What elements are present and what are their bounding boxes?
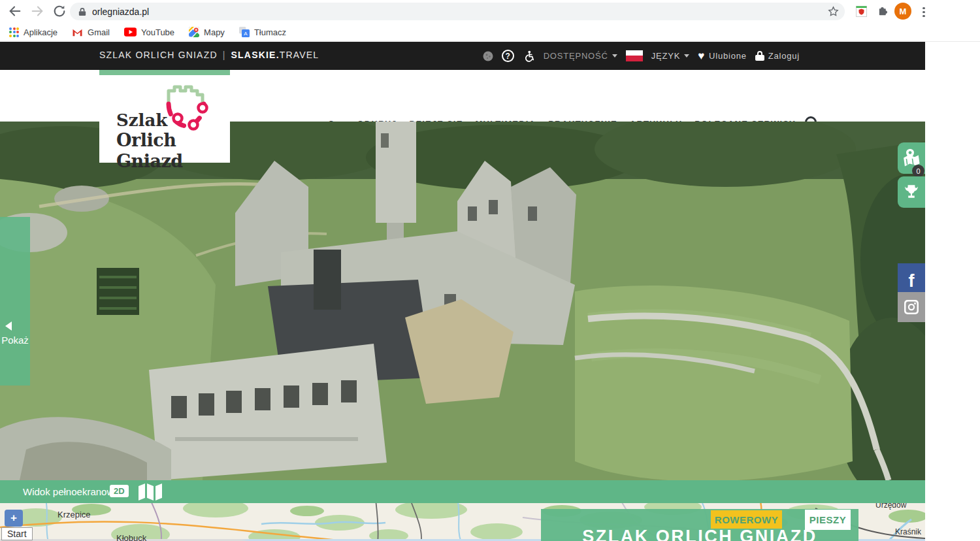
login-button[interactable]: Zaloguj (755, 51, 800, 61)
bookmark-star-icon[interactable] (827, 5, 840, 18)
collapse-arrow-icon (5, 321, 12, 331)
logo-text: Szlak Orlich Gniazd (116, 110, 230, 172)
extension-icon[interactable] (856, 6, 867, 17)
accessibility-label: DOSTĘPNOŚĆ (544, 51, 608, 61)
bookmark-maps[interactable]: Mapy (189, 27, 225, 37)
map-label-krzepice: Krzepice (57, 510, 91, 519)
bookmark-apps[interactable]: Aplikacje (9, 27, 57, 37)
castle-aerial-art (0, 122, 925, 480)
map-start-tooltip: Start (1, 527, 33, 540)
site-logo[interactable]: Szlak Orlich Gniazd (99, 70, 230, 163)
map-label-krasnik: Kraśnik (895, 527, 921, 536)
brand-right-bold[interactable]: SLASKIE. (231, 50, 280, 60)
bookmark-youtube[interactable]: YouTube (124, 27, 174, 37)
accessibility-icon[interactable] (523, 50, 535, 62)
extensions-puzzle-icon[interactable] (877, 6, 889, 17)
trophy-icon (903, 184, 920, 201)
language-dropdown[interactable]: JĘZYK (651, 51, 689, 61)
accessibility-dropdown[interactable]: DOSTĘPNOŚĆ (544, 51, 617, 61)
map-label-klobuck: Kłobuck (116, 533, 146, 541)
browser-window: orlegniazda.pl M Aplikacje Gmail YouT (0, 0, 980, 541)
trip-count-badge: 0 (912, 165, 924, 177)
youtube-icon (124, 27, 137, 37)
site-brand[interactable]: SZLAK ORLICH GNIAZD|SLASKIE.TRAVEL (99, 50, 319, 60)
gmail-icon (72, 27, 83, 37)
trail-title: SZLAK ORLICH GNIAZD (541, 527, 858, 541)
forward-icon[interactable] (30, 4, 44, 18)
map-preview[interactable]: Krzepice Kłobuck Urzędów Kraśnik + Start… (0, 503, 925, 541)
facebook-button[interactable]: f (898, 263, 925, 292)
heart-icon: ♥ (698, 50, 705, 63)
chevron-down-icon (684, 54, 689, 57)
language-label: JĘZYK (651, 51, 680, 61)
map-label-urzedow: Urzędów (875, 503, 906, 510)
bookmarks-bar: Aplikacje Gmail YouTube Mapy A Tłumacz (0, 23, 980, 42)
bookmark-gmail[interactable]: Gmail (72, 27, 110, 37)
fullscreen-map-icon[interactable] (139, 484, 162, 500)
url-text[interactable]: orlegniazda.pl (92, 7, 149, 17)
show-panel-label: Pokaż (0, 335, 34, 346)
bookmark-translate[interactable]: A Tłumacz (239, 27, 286, 37)
achievements-button[interactable] (898, 176, 925, 208)
brand-left[interactable]: SZLAK ORLICH GNIAZD (99, 50, 218, 60)
instagram-icon (903, 299, 920, 316)
fullscreen-label: Widok pełnoekranowy: (23, 486, 122, 497)
chevron-down-icon (612, 54, 617, 57)
rowerowy-button[interactable]: ROWEROWY (711, 510, 782, 529)
address-bar[interactable]: orlegniazda.pl (70, 3, 845, 20)
back-icon[interactable] (8, 4, 22, 18)
reload-icon[interactable] (52, 4, 67, 18)
lock-icon (755, 51, 764, 61)
browser-menu-icon[interactable] (923, 5, 925, 19)
map-zoom-in-button[interactable]: + (5, 510, 23, 527)
instagram-button[interactable] (898, 292, 925, 322)
maps-icon (189, 27, 199, 37)
translate-icon: A (239, 27, 250, 37)
svg-text:A: A (244, 31, 248, 37)
brand-separator: | (223, 50, 226, 60)
show-panel-toggle[interactable]: Pokaż (0, 217, 30, 385)
browser-toolbar: orlegniazda.pl M (0, 0, 980, 23)
fullscreen-bar: Widok pełnoekranowy: 2D (0, 480, 925, 503)
logo-line2: Orlich Gniazd (116, 130, 230, 172)
webpage: SZLAK ORLICH GNIAZD|SLASKIE.TRAVEL ? DOS… (0, 42, 925, 541)
logo-line1: Szlak (116, 110, 230, 130)
help-glyph: ? (505, 52, 510, 61)
cookie-icon[interactable] (483, 51, 493, 61)
logo-green-strip (99, 70, 230, 75)
https-lock-icon (78, 7, 86, 16)
facebook-icon: f (909, 271, 915, 291)
mode-2d-button[interactable]: 2D (110, 485, 129, 497)
site-topbar: SZLAK ORLICH GNIAZD|SLASKIE.TRAVEL ? DOS… (0, 42, 925, 70)
trail-overlay-panel: ROWEROWY PIESZY SZLAK ORLICH GNIAZD (541, 509, 858, 541)
favorites-label: Ulubione (709, 51, 747, 61)
trip-map-button[interactable]: 0 (898, 142, 925, 174)
brand-right-rest[interactable]: TRAVEL (280, 50, 319, 60)
help-icon[interactable]: ? (502, 50, 514, 62)
login-label: Zaloguj (768, 51, 800, 61)
hero-video: YouTube (0, 122, 925, 480)
apps-grid-icon (9, 27, 19, 37)
favorites-button[interactable]: ♥Ulubione (698, 50, 747, 63)
poland-flag-icon[interactable] (626, 50, 643, 61)
profile-avatar[interactable]: M (894, 3, 911, 20)
